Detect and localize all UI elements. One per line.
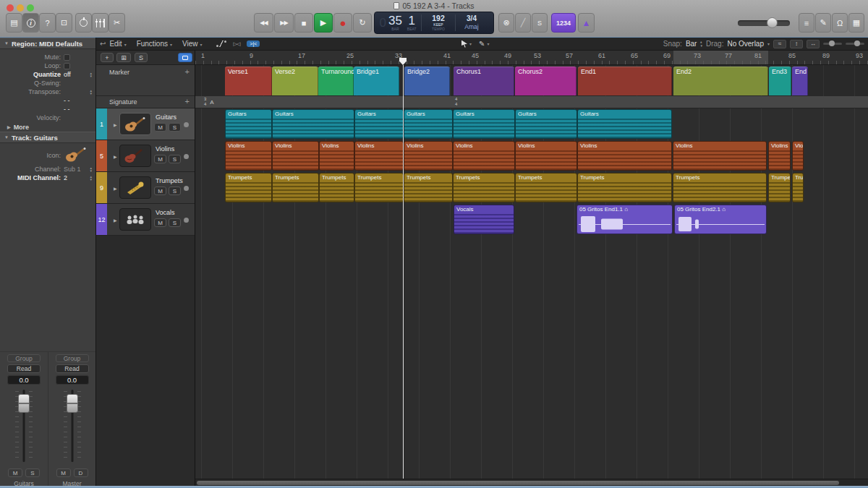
menu-edit[interactable]: Edit▾ [109, 40, 126, 48]
midi-region-violins[interactable]: Violins [225, 141, 272, 171]
param-stepper[interactable]: ▴▾ [90, 89, 92, 95]
add-signature-icon[interactable]: + [185, 97, 190, 106]
master-volume-slider[interactable] [738, 20, 790, 26]
track-mute-button[interactable]: M [154, 155, 166, 163]
volume-value[interactable]: 0.0 [7, 375, 41, 385]
play-button[interactable]: ▶ [314, 13, 333, 33]
catch-playhead-button[interactable]: >|< [247, 40, 260, 47]
list-editors-button[interactable]: ≡ [799, 13, 814, 33]
midi-region-viol[interactable]: Viol [792, 141, 804, 171]
browsers-button[interactable]: ▦ [848, 13, 864, 33]
midi-region-violins[interactable]: Violins [577, 141, 672, 171]
marker-bridge1[interactable]: Bridge1 [354, 67, 399, 95]
param-checkbox[interactable] [64, 63, 70, 69]
toolbar-toggle-button[interactable]: ⊡ [56, 13, 72, 33]
vertical-auto-zoom-button[interactable]: ↕ [790, 40, 803, 48]
playhead[interactable] [403, 65, 404, 479]
time-signature-4-4[interactable]: 44 [455, 97, 457, 107]
waveform-zoom-button[interactable]: ≈ [773, 40, 786, 48]
lcd-display[interactable]: 0 35BAR 1BEAT 192KEEPTEMPO 3/4Amaj ▾ [374, 12, 494, 34]
track-header-trumpets[interactable]: 9▶TrumpetsMS [96, 172, 195, 204]
track-solo-button[interactable]: S [169, 187, 181, 195]
fader-knob[interactable] [18, 394, 30, 413]
param-value[interactable]: - - [64, 97, 70, 104]
horizontal-auto-zoom-button[interactable]: ↔ [807, 40, 820, 48]
track-header-config-button[interactable] [178, 53, 192, 62]
track-disclosure-icon[interactable]: ▶ [114, 218, 117, 223]
midi-region-trumpets[interactable]: Trumpets [453, 173, 515, 202]
marker-end[interactable]: End [792, 67, 808, 95]
playhead-cap[interactable] [399, 58, 407, 65]
bar-ruler[interactable]: 191725334145495357616569737781858993 [195, 51, 868, 65]
param-stepper[interactable]: ▴▾ [90, 175, 92, 181]
midi-region-tru[interactable]: Tru [792, 173, 804, 202]
menu-view[interactable]: View▾ [182, 40, 203, 48]
solo-tracks-button[interactable]: S [135, 53, 148, 62]
record-enable-dot[interactable] [184, 218, 189, 223]
region-inspector-header[interactable]: ▼Region: MIDI Defaults [0, 38, 95, 49]
marker-end3[interactable]: End3 [769, 67, 791, 95]
marker-chorus1[interactable]: Chorus1 [454, 67, 514, 95]
param-value[interactable]: - - [64, 106, 70, 113]
record-enable-dot[interactable] [184, 154, 189, 159]
tuner-button[interactable]: ⊗ [498, 13, 514, 33]
midi-region-guitars[interactable]: Guitars [515, 109, 577, 139]
autopunch-button[interactable]: ╱ [515, 13, 531, 33]
midi-region-trumpets[interactable]: Trumpets [225, 173, 272, 202]
solo-mode-button[interactable]: S [532, 13, 548, 33]
midi-region-guitars[interactable]: Guitars [577, 109, 672, 139]
marker-verse1[interactable]: Verse1 [225, 67, 272, 95]
automation-mode-button[interactable]: Read [56, 364, 89, 373]
midi-region-violins[interactable]: Violins [515, 141, 577, 171]
smart-controls-button[interactable] [75, 13, 92, 33]
track-solo-button[interactable]: S [169, 123, 181, 132]
param-value[interactable]: Sub 1 [64, 166, 81, 173]
automation-mode-button[interactable]: Read [7, 364, 41, 373]
midi-region-violins[interactable]: Violins [404, 141, 453, 171]
inspector-more-row[interactable]: ▶More [0, 122, 95, 132]
signature-lane-header[interactable]: Signature + [96, 96, 195, 108]
scrollbar-thumb[interactable] [197, 481, 839, 485]
midi-region-trumpets[interactable]: Trumpets [319, 173, 354, 202]
inspector-button[interactable]: i [22, 13, 39, 33]
track-header-vocals[interactable]: 12▶VocalsMS [96, 204, 195, 236]
guitar-icon[interactable] [64, 146, 88, 165]
midi-region-trumpet[interactable]: Trumpet [768, 173, 791, 202]
track-disclosure-icon[interactable]: ▶ [114, 186, 117, 191]
marker-verse2[interactable]: Verse2 [272, 67, 318, 95]
marker-bridge2[interactable]: Bridge2 [404, 67, 450, 95]
param-value[interactable]: 2 [64, 174, 67, 181]
marker-end2[interactable]: End2 [673, 67, 768, 95]
audio-region-05-gritos-end1.1[interactable]: 05 Gritos End1.1 ⌂ [576, 205, 673, 234]
marker-end1[interactable]: End1 [578, 67, 672, 95]
midi-region-violins[interactable]: Violins [768, 141, 791, 171]
snap-stepper[interactable]: ▾▾ [700, 41, 702, 47]
track-header-violins[interactable]: 5▶ViolinsMS [96, 140, 195, 172]
midi-region-trumpets[interactable]: Trumpets [515, 173, 577, 202]
track-inspector-header[interactable]: ▼Track: Guitars [0, 132, 95, 143]
midi-region-guitars[interactable]: Guitars [272, 109, 354, 139]
timeline-workspace[interactable]: 191725334145495357616569737781858993 Ver… [195, 51, 868, 486]
midi-region-trumpets[interactable]: Trumpets [673, 173, 767, 202]
editors-button[interactable]: ✂ [109, 13, 125, 33]
drag-menu[interactable]: No Overlap [727, 40, 764, 48]
quick-help-button[interactable]: ? [39, 13, 56, 33]
duplicate-track-button[interactable]: ⊞ [116, 53, 131, 62]
param-checkbox[interactable] [64, 54, 70, 61]
track-solo-button[interactable]: S [169, 218, 181, 227]
guitar-icon[interactable] [119, 113, 151, 135]
back-icon[interactable]: ↩ [100, 40, 106, 48]
vertical-zoom-slider[interactable] [823, 43, 842, 45]
record-button[interactable]: ● [333, 13, 352, 33]
midi-region-trumpets[interactable]: Trumpets [354, 173, 404, 202]
menu-functions[interactable]: Functions▾ [137, 40, 172, 48]
midi-region-violins[interactable]: Violins [354, 141, 404, 171]
stop-button[interactable]: ■ [294, 13, 313, 33]
param-stepper[interactable]: ▴▾ [90, 166, 92, 172]
forward-button[interactable]: ▶▶ [274, 13, 294, 33]
midi-region-violins[interactable]: Violins [453, 141, 515, 171]
violin-icon[interactable] [119, 145, 151, 167]
track-mute-button[interactable]: M [154, 218, 166, 227]
trumpet-icon[interactable] [119, 176, 151, 199]
record-enable-dot[interactable] [184, 122, 189, 127]
